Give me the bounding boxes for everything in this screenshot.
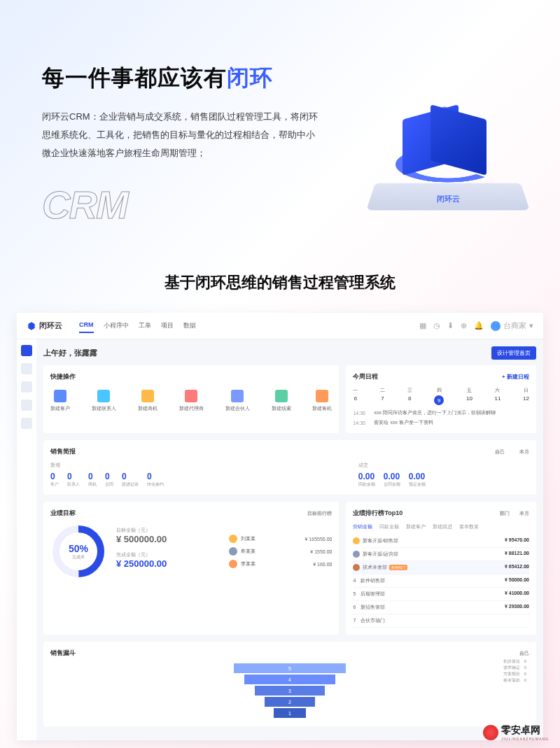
rank-row: 5 后期管理部¥ 41000.00 bbox=[353, 588, 529, 601]
quick-action[interactable]: 新建商机 bbox=[138, 390, 158, 412]
qa-icon bbox=[316, 390, 328, 402]
calendar-day[interactable]: 四9 bbox=[434, 387, 444, 405]
nav-miniapp[interactable]: 小程序中 bbox=[104, 318, 129, 333]
calendar-day[interactable]: 一6 bbox=[353, 387, 358, 405]
brief-metric[interactable]: 0.00预定金额 bbox=[409, 472, 426, 488]
nav-project[interactable]: 项目 bbox=[161, 318, 174, 333]
icon-download[interactable]: ⬇ bbox=[447, 321, 454, 330]
qa-icon bbox=[185, 390, 197, 402]
qa-icon bbox=[275, 390, 288, 402]
quick-action[interactable]: 新建客机 bbox=[312, 390, 332, 412]
icon-clock[interactable]: ◷ bbox=[433, 321, 440, 330]
rank-tab[interactable]: 新建客户 bbox=[406, 523, 426, 530]
funnel-bar: 4 bbox=[244, 675, 335, 684]
brief-metric[interactable]: 0合同 bbox=[105, 472, 113, 488]
brief-metric[interactable]: 0联系人 bbox=[67, 472, 80, 488]
brief-metric[interactable]: 0.00回款金额 bbox=[358, 472, 375, 488]
funnel-bar: 5 bbox=[234, 663, 346, 673]
chevron-down-icon: ▾ bbox=[529, 321, 533, 330]
icon-cart[interactable]: ⊕ bbox=[461, 321, 467, 330]
rank-avatar-icon bbox=[229, 535, 237, 543]
qa-icon bbox=[231, 390, 244, 402]
icon-app[interactable]: ▦ bbox=[419, 321, 426, 330]
funnel-bar: 3 bbox=[255, 686, 325, 696]
rank-tab[interactable]: 回款金额 bbox=[379, 523, 399, 530]
rank-row: 新客开源/运营部¥ 88121.00 bbox=[353, 548, 529, 561]
greeting-text: 上午好，张露露 bbox=[43, 348, 97, 358]
qa-icon bbox=[141, 390, 154, 402]
quick-action[interactable]: 新建线索 bbox=[272, 390, 291, 412]
rank-item: 刘某某¥ 165550.00 bbox=[229, 532, 332, 545]
brief-metric[interactable]: 0跟进记录 bbox=[122, 472, 139, 488]
nav-crm[interactable]: CRM bbox=[79, 318, 94, 333]
quick-actions-card: 快捷操作 新建客户新建联系人新建商机新建代理商新建合伙人新建线索新建客机 bbox=[43, 365, 339, 433]
quick-action[interactable]: 新建合伙人 bbox=[225, 390, 250, 412]
sidebar-item[interactable] bbox=[21, 400, 32, 411]
quick-action[interactable]: 新建联系人 bbox=[92, 390, 116, 412]
topbar: 闭环云 CRM 小程序中 工单 项目 数据 ▦ ◷ ⬇ ⊕ 🔔 台商家 ▾ bbox=[17, 313, 543, 339]
user-menu[interactable]: 台商家 ▾ bbox=[491, 320, 533, 331]
rank-item: 李某某¥ 160.00 bbox=[229, 558, 332, 570]
title-pre: 每一件事都应该有 bbox=[42, 65, 227, 90]
calendar-day[interactable]: 二7 bbox=[380, 387, 385, 405]
design-home-button[interactable]: 设计管理首页 bbox=[491, 346, 536, 360]
sidebar bbox=[17, 339, 36, 740]
qa-icon bbox=[97, 390, 110, 402]
hero-description: 闭环云CRM：企业营销与成交系统，销售团队过程管理工具，将闭环思维系统化、工具化… bbox=[42, 108, 322, 162]
watermark-logo-icon bbox=[483, 725, 498, 740]
rank-row: 4 款件销售部¥ 50000.00 bbox=[353, 574, 529, 588]
calendar-day[interactable]: 五10 bbox=[466, 387, 472, 405]
rank-tab[interactable]: 营销金额 bbox=[353, 523, 372, 530]
funnel-card: 销售漏斗自己 54321 初步接洽 0需求确定 0方案报价 0签署落款 0 bbox=[43, 642, 536, 726]
title-em: 闭环 bbox=[227, 65, 273, 90]
avatar-icon bbox=[491, 321, 500, 331]
quick-action[interactable]: 新建代理商 bbox=[179, 390, 204, 412]
icon-bell[interactable]: 🔔 bbox=[474, 321, 484, 330]
rank-row: 新客开源/销售部¥ 95470.00 bbox=[353, 535, 529, 548]
quick-action[interactable]: 新建客户 bbox=[50, 390, 70, 412]
brief-metric[interactable]: 0转化签约 bbox=[147, 472, 164, 488]
donut-chart: 50%完成率 bbox=[50, 523, 106, 579]
sidebar-item[interactable] bbox=[21, 381, 32, 393]
sidebar-item[interactable] bbox=[21, 418, 32, 429]
qa-icon bbox=[54, 390, 66, 402]
sidebar-item[interactable] bbox=[21, 363, 32, 374]
brand-logo[interactable]: 闭环云 bbox=[27, 320, 62, 331]
calendar-day[interactable]: 日12 bbox=[523, 387, 529, 405]
brief-metric[interactable]: 0客户 bbox=[50, 472, 59, 488]
rank-item: 希某某¥ 1550.00 bbox=[229, 545, 332, 558]
watermark: 零安卓网 JIULINGANZHUWANG bbox=[483, 724, 549, 741]
rank-row: 7 合伙市场门 bbox=[353, 614, 529, 628]
brief-metric[interactable]: 0商机 bbox=[88, 472, 97, 488]
rank-tab[interactable]: 新建跟进 bbox=[433, 523, 452, 530]
brief-metric[interactable]: 0.00合同金额 bbox=[384, 472, 400, 488]
rank-avatar-icon bbox=[229, 560, 237, 568]
calendar-day[interactable]: 六11 bbox=[495, 387, 501, 405]
platform-logo-text: 闭环云 bbox=[437, 194, 460, 204]
add-schedule-button[interactable]: + 新建日程 bbox=[502, 373, 529, 381]
rank-row: 技术并发部所在部门¥ 65412.00 bbox=[353, 561, 529, 574]
targets-card: 业绩目标 目标排行榜 50%完成率 目标金额（元）¥ 500000.00 完成金… bbox=[43, 502, 339, 635]
dashboard-screenshot: 闭环云 CRM 小程序中 工单 项目 数据 ▦ ◷ ⬇ ⊕ 🔔 台商家 ▾ bbox=[17, 313, 543, 740]
subtitle: 基于闭环思维的销售过程管理系统 bbox=[0, 272, 560, 293]
rank-top10-card: 业绩排行榜Top10部门 本月 营销金额回款金额新建客户新建跟进签单数量 新客开… bbox=[346, 502, 536, 635]
rank-tab[interactable]: 签单数量 bbox=[459, 523, 479, 530]
schedule-item[interactable]: 14:30需要给 xxx 客户发一下资料 bbox=[353, 419, 529, 426]
calendar-day[interactable]: 三8 bbox=[407, 387, 412, 405]
schedule-item[interactable]: 14:30xxx 陪同拜访客户黄意，进行一下上门演示，软弱讲解聊 bbox=[353, 409, 529, 416]
top-nav: CRM 小程序中 工单 项目 数据 bbox=[79, 318, 196, 333]
sidebar-workspace[interactable] bbox=[21, 345, 32, 356]
brief-card: 销售简报 自己 本月 新增 0客户0联系人0商机0合同0跟进记录0转化签约 成交… bbox=[43, 440, 536, 495]
brand-icon bbox=[27, 321, 36, 331]
rank-row: 6 新招售管部¥ 29300.00 bbox=[353, 601, 529, 614]
funnel-bar: 2 bbox=[265, 697, 315, 707]
rank-avatar-icon bbox=[229, 547, 237, 556]
nav-data[interactable]: 数据 bbox=[183, 318, 196, 333]
funnel-bar: 1 bbox=[274, 708, 306, 718]
nav-ticket[interactable]: 工单 bbox=[139, 318, 151, 333]
schedule-card: 今周日程 + 新建日程 一6二7三8四9五10六11日12 14:30xxx 陪… bbox=[346, 365, 536, 433]
cube-illustration: 闭环云 bbox=[371, 77, 525, 217]
